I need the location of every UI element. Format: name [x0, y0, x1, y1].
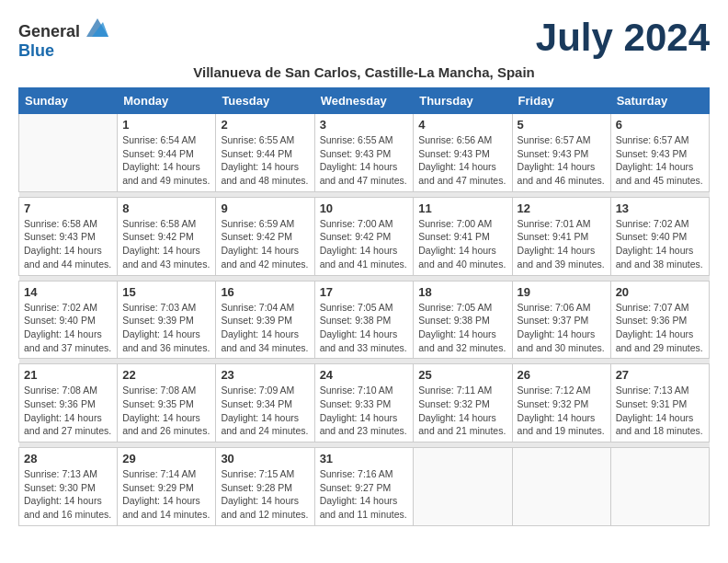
calendar-cell: 9Sunrise: 6:59 AMSunset: 9:42 PMDaylight… — [216, 197, 314, 275]
calendar-cell: 11Sunrise: 7:00 AMSunset: 9:41 PMDayligh… — [414, 197, 512, 275]
calendar-cell: 27Sunrise: 7:13 AMSunset: 9:31 PMDayligh… — [610, 364, 709, 442]
calendar-cell: 8Sunrise: 6:58 AMSunset: 9:42 PMDaylight… — [118, 197, 216, 275]
day-info: Sunrise: 6:55 AMSunset: 9:43 PMDaylight:… — [320, 133, 409, 188]
calendar-cell: 29Sunrise: 7:14 AMSunset: 9:29 PMDayligh… — [118, 448, 216, 526]
day-info: Sunrise: 7:08 AMSunset: 9:35 PMDaylight:… — [122, 384, 210, 438]
day-of-week-header: Monday — [118, 88, 216, 114]
day-info: Sunrise: 7:05 AMSunset: 9:38 PMDaylight:… — [320, 301, 409, 355]
day-info: Sunrise: 6:54 AMSunset: 9:44 PMDaylight:… — [122, 133, 210, 188]
day-info: Sunrise: 7:12 AMSunset: 9:32 PMDaylight:… — [518, 384, 606, 438]
day-info: Sunrise: 7:00 AMSunset: 9:41 PMDaylight:… — [418, 217, 506, 271]
calendar-cell: 7Sunrise: 6:58 AMSunset: 9:43 PMDaylight… — [19, 197, 118, 275]
day-info: Sunrise: 7:00 AMSunset: 9:42 PMDaylight:… — [320, 217, 409, 271]
calendar-cell: 28Sunrise: 7:13 AMSunset: 9:30 PMDayligh… — [19, 448, 118, 526]
calendar-cell: 10Sunrise: 7:00 AMSunset: 9:42 PMDayligh… — [314, 197, 414, 275]
calendar-table: SundayMondayTuesdayWednesdayThursdayFrid… — [18, 87, 710, 526]
day-info: Sunrise: 7:14 AMSunset: 9:29 PMDaylight:… — [122, 467, 210, 522]
calendar-cell: 23Sunrise: 7:09 AMSunset: 9:34 PMDayligh… — [216, 364, 314, 442]
day-number: 6 — [616, 118, 704, 132]
day-of-week-header: Tuesday — [216, 88, 314, 114]
day-info: Sunrise: 6:56 AMSunset: 9:43 PMDaylight:… — [418, 133, 506, 188]
calendar-cell — [512, 448, 610, 526]
day-info: Sunrise: 7:15 AMSunset: 9:28 PMDaylight:… — [221, 467, 309, 522]
day-number: 21 — [24, 368, 112, 382]
day-number: 9 — [221, 201, 309, 215]
calendar-cell: 30Sunrise: 7:15 AMSunset: 9:28 PMDayligh… — [216, 448, 314, 526]
calendar-cell: 22Sunrise: 7:08 AMSunset: 9:35 PMDayligh… — [118, 364, 216, 442]
day-of-week-header: Wednesday — [314, 88, 414, 114]
day-number: 16 — [221, 285, 309, 299]
day-info: Sunrise: 6:59 AMSunset: 9:42 PMDaylight:… — [221, 217, 309, 271]
day-number: 4 — [418, 118, 506, 132]
day-of-week-header: Saturday — [610, 88, 709, 114]
day-number: 3 — [320, 118, 409, 132]
day-info: Sunrise: 7:03 AMSunset: 9:39 PMDaylight:… — [122, 301, 210, 355]
day-number: 8 — [122, 201, 210, 215]
logo-general-text: General — [18, 22, 80, 40]
calendar-cell: 16Sunrise: 7:04 AMSunset: 9:39 PMDayligh… — [216, 281, 314, 359]
logo-blue-text: Blue — [18, 41, 54, 60]
calendar-cell: 14Sunrise: 7:02 AMSunset: 9:40 PMDayligh… — [19, 281, 118, 359]
day-number: 5 — [518, 118, 606, 132]
day-number: 18 — [418, 285, 506, 299]
day-info: Sunrise: 7:06 AMSunset: 9:37 PMDaylight:… — [518, 301, 606, 355]
day-number: 13 — [616, 201, 704, 215]
day-number: 29 — [122, 452, 210, 465]
day-number: 17 — [320, 285, 409, 299]
day-info: Sunrise: 7:07 AMSunset: 9:36 PMDaylight:… — [616, 301, 704, 355]
logo: General Blue — [18, 18, 108, 61]
calendar-cell: 1Sunrise: 6:54 AMSunset: 9:44 PMDaylight… — [118, 114, 216, 192]
day-number: 2 — [221, 118, 309, 132]
day-number: 14 — [24, 285, 112, 299]
day-number: 30 — [221, 452, 309, 465]
day-number: 26 — [518, 368, 606, 382]
day-number: 12 — [518, 201, 606, 215]
day-number: 24 — [320, 368, 409, 382]
calendar-cell: 24Sunrise: 7:10 AMSunset: 9:33 PMDayligh… — [314, 364, 414, 442]
day-info: Sunrise: 7:13 AMSunset: 9:30 PMDaylight:… — [24, 467, 112, 522]
day-number: 10 — [320, 201, 409, 215]
day-info: Sunrise: 7:04 AMSunset: 9:39 PMDaylight:… — [221, 301, 309, 355]
calendar-cell — [610, 448, 709, 526]
calendar-cell: 2Sunrise: 6:55 AMSunset: 9:44 PMDaylight… — [216, 114, 314, 192]
day-info: Sunrise: 7:09 AMSunset: 9:34 PMDaylight:… — [221, 384, 309, 438]
calendar-cell — [414, 448, 512, 526]
logo-icon — [86, 18, 108, 37]
calendar-cell: 21Sunrise: 7:08 AMSunset: 9:36 PMDayligh… — [19, 364, 118, 442]
calendar-cell: 26Sunrise: 7:12 AMSunset: 9:32 PMDayligh… — [512, 364, 610, 442]
month-title: July 2024 — [536, 18, 710, 57]
day-info: Sunrise: 7:10 AMSunset: 9:33 PMDaylight:… — [320, 384, 409, 438]
day-number: 28 — [24, 452, 112, 465]
day-info: Sunrise: 6:58 AMSunset: 9:43 PMDaylight:… — [24, 217, 112, 271]
calendar-cell: 15Sunrise: 7:03 AMSunset: 9:39 PMDayligh… — [118, 281, 216, 359]
day-number: 7 — [24, 201, 112, 215]
calendar-cell: 13Sunrise: 7:02 AMSunset: 9:40 PMDayligh… — [610, 197, 709, 275]
calendar-cell: 25Sunrise: 7:11 AMSunset: 9:32 PMDayligh… — [414, 364, 512, 442]
calendar-cell: 3Sunrise: 6:55 AMSunset: 9:43 PMDaylight… — [314, 114, 414, 192]
day-of-week-header: Friday — [512, 88, 610, 114]
day-info: Sunrise: 7:16 AMSunset: 9:27 PMDaylight:… — [320, 467, 409, 522]
day-info: Sunrise: 7:11 AMSunset: 9:32 PMDaylight:… — [418, 384, 506, 438]
day-number: 11 — [418, 201, 506, 215]
calendar-cell: 31Sunrise: 7:16 AMSunset: 9:27 PMDayligh… — [314, 448, 414, 526]
day-info: Sunrise: 7:08 AMSunset: 9:36 PMDaylight:… — [24, 384, 112, 438]
day-info: Sunrise: 6:57 AMSunset: 9:43 PMDaylight:… — [518, 133, 606, 188]
calendar-cell: 6Sunrise: 6:57 AMSunset: 9:43 PMDaylight… — [610, 114, 709, 192]
calendar-cell: 19Sunrise: 7:06 AMSunset: 9:37 PMDayligh… — [512, 281, 610, 359]
day-info: Sunrise: 7:02 AMSunset: 9:40 PMDaylight:… — [24, 301, 112, 355]
day-info: Sunrise: 7:13 AMSunset: 9:31 PMDaylight:… — [616, 384, 704, 438]
day-number: 23 — [221, 368, 309, 382]
day-number: 22 — [122, 368, 210, 382]
day-info: Sunrise: 6:57 AMSunset: 9:43 PMDaylight:… — [616, 133, 704, 188]
calendar-cell: 5Sunrise: 6:57 AMSunset: 9:43 PMDaylight… — [512, 114, 610, 192]
day-number: 1 — [122, 118, 210, 132]
calendar-cell: 20Sunrise: 7:07 AMSunset: 9:36 PMDayligh… — [610, 281, 709, 359]
day-number: 20 — [616, 285, 704, 299]
calendar-cell — [19, 114, 118, 192]
day-number: 31 — [320, 452, 409, 465]
day-number: 19 — [518, 285, 606, 299]
day-number: 25 — [418, 368, 506, 382]
calendar-cell: 4Sunrise: 6:56 AMSunset: 9:43 PMDaylight… — [414, 114, 512, 192]
day-of-week-header: Thursday — [414, 88, 512, 114]
day-number: 15 — [122, 285, 210, 299]
